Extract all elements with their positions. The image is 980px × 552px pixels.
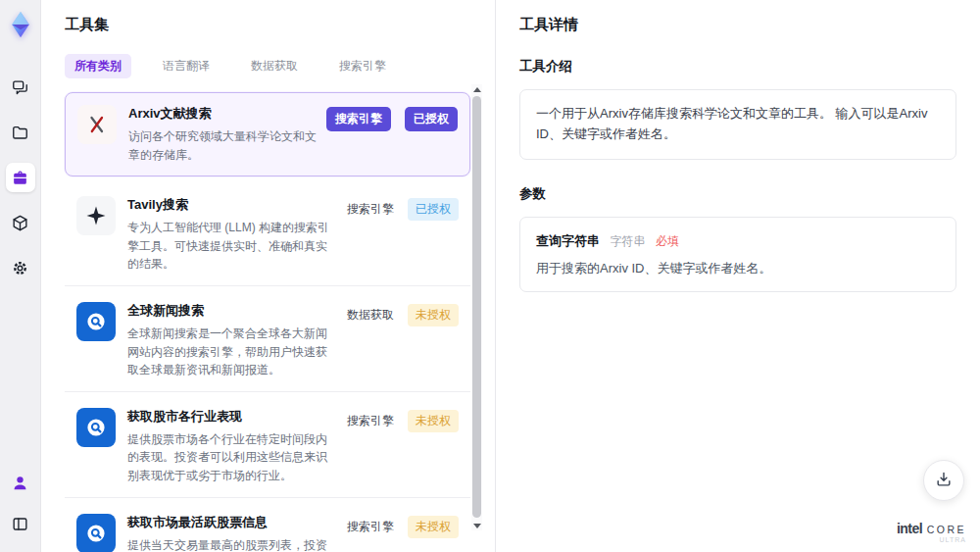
sidebar-item-tools[interactable] — [6, 163, 35, 192]
tool-auth-badge: 已授权 — [408, 198, 459, 221]
ultra-wordmark: ULTRA — [897, 536, 966, 544]
tool-description: 访问各个研究领域大量科学论文和文章的存储库。 — [128, 127, 317, 164]
tool-auth-badge: 未授权 — [408, 516, 459, 538]
intel-wordmark: intel — [897, 521, 922, 536]
tool-list-pane: 工具集 所有类别语言翻译数据获取搜索引擎 Arxiv文献搜索 访问各个研究领域大… — [41, 0, 495, 552]
tool-card[interactable]: 获取股市各行业表现 提供股票市场各个行业在特定时间段内的表现。投资者可以利用这些… — [65, 396, 470, 498]
intel-core-logo: intel CORE ULTRA — [897, 520, 966, 544]
tool-list: Arxiv文献搜索 访问各个研究领域大量科学论文和文章的存储库。 搜索引擎 已授… — [65, 92, 470, 552]
tool-title: Tavily搜索 — [127, 196, 337, 214]
page-title: 工具集 — [65, 16, 495, 34]
sidebar-item-account[interactable] — [6, 468, 35, 497]
tool-intro-text: 一个用于从Arxiv存储库搜索科学论文和文章的工具。 输入可以是Arxiv ID… — [519, 89, 956, 160]
gear-icon — [11, 259, 29, 277]
param-name: 查询字符串 — [536, 233, 600, 248]
tool-detail-pane: 工具详情 工具介绍 一个用于从Arxiv存储库搜索科学论文和文章的工具。 输入可… — [495, 0, 980, 552]
scroll-down-icon[interactable] — [471, 521, 482, 530]
sidebar-item-panel-toggle[interactable] — [6, 509, 35, 538]
stock-active-icon — [76, 514, 116, 552]
briefcase-icon — [11, 169, 29, 187]
param-card: 查询字符串 字符串 必填 用于搜索的Arxiv ID、关键字或作者姓名。 — [519, 217, 956, 292]
scrollbar-thumb[interactable] — [472, 96, 481, 518]
category-tab[interactable]: 数据获取 — [241, 54, 308, 78]
tool-category-tag: 搜索引擎 — [347, 413, 394, 429]
tool-category-tag: 数据获取 — [347, 307, 394, 324]
download-button[interactable] — [923, 460, 964, 501]
panel-icon — [11, 515, 29, 533]
params-heading: 参数 — [519, 185, 956, 203]
list-scrollbar[interactable] — [471, 84, 482, 530]
app-logo-icon — [6, 10, 35, 39]
tavily-star-icon — [76, 196, 116, 235]
user-icon — [11, 474, 29, 492]
scroll-up-icon[interactable] — [471, 84, 482, 94]
tool-title: 获取市场最活跃股票信息 — [127, 514, 337, 531]
tool-title: Arxiv文献搜索 — [128, 105, 317, 123]
category-tab[interactable]: 语言翻译 — [153, 54, 220, 78]
sidebar-item-models[interactable] — [6, 208, 35, 237]
category-tabs: 所有类别语言翻译数据获取搜索引擎 — [65, 54, 495, 78]
tool-card[interactable]: 获取市场最活跃股票信息 提供当天交易量最高的股票列表，投资者可以利用这些信息来识… — [65, 502, 470, 552]
tool-category-tag: 搜索引擎 — [347, 519, 394, 535]
sidebar-item-settings[interactable] — [6, 253, 35, 282]
tool-auth-badge: 未授权 — [408, 410, 459, 432]
tool-description: 全球新闻搜索是一个聚合全球各大新闻网站内容的搜索引擎，帮助用户快速获取全球最新资… — [127, 325, 337, 379]
tool-auth-badge: 未授权 — [408, 304, 459, 326]
tool-title: 全球新闻搜索 — [127, 302, 337, 320]
tool-description: 专为人工智能代理 (LLM) 构建的搜索引擎工具。可快速提供实时、准确和真实的结… — [127, 219, 337, 274]
tool-card[interactable]: 全球新闻搜索 全球新闻搜索是一个聚合全球各大新闻网站内容的搜索引擎，帮助用户快速… — [65, 290, 470, 392]
app-sidebar — [0, 0, 41, 552]
tool-category-tag: 搜索引擎 — [347, 201, 394, 218]
app-window: 工具集 所有类别语言翻译数据获取搜索引擎 Arxiv文献搜索 访问各个研究领域大… — [0, 0, 980, 552]
category-tab[interactable]: 搜索引擎 — [329, 54, 396, 78]
cube-icon — [11, 214, 29, 232]
category-tab[interactable]: 所有类别 — [65, 54, 131, 78]
tool-auth-badge: 已授权 — [405, 107, 458, 131]
news-search-icon — [76, 302, 116, 341]
tool-description: 提供当天交易量最高的股票列表，投资者可以利用这些信息来识别流动性强的股票和潜在的… — [127, 536, 337, 552]
core-wordmark: CORE — [927, 524, 966, 535]
detail-title: 工具详情 — [519, 16, 956, 34]
folder-icon — [11, 124, 29, 142]
intro-heading: 工具介绍 — [519, 58, 956, 75]
param-type: 字符串 — [610, 234, 645, 248]
arxiv-icon — [77, 105, 117, 144]
tool-title: 获取股市各行业表现 — [127, 408, 337, 426]
download-icon — [934, 470, 954, 492]
sidebar-item-files[interactable] — [6, 118, 35, 147]
param-required-label: 必填 — [656, 234, 679, 248]
tool-category-tag: 搜索引擎 — [326, 107, 391, 131]
tool-description: 提供股票市场各个行业在特定时间段内的表现。投资者可以利用这些信息来识别表现优于或… — [127, 430, 337, 485]
stock-sector-icon — [76, 408, 116, 447]
param-description: 用于搜索的Arxiv ID、关键字或作者姓名。 — [536, 260, 940, 277]
tool-card[interactable]: Tavily搜索 专为人工智能代理 (LLM) 构建的搜索引擎工具。可快速提供实… — [65, 184, 470, 286]
chat-icon — [11, 78, 29, 97]
sidebar-item-chat[interactable] — [6, 73, 35, 102]
rail-nav — [6, 73, 35, 282]
rail-bottom — [6, 468, 35, 542]
tool-card[interactable]: Arxiv文献搜索 访问各个研究领域大量科学论文和文章的存储库。 搜索引擎 已授… — [65, 92, 470, 176]
param-head: 查询字符串 字符串 必填 — [536, 231, 940, 250]
